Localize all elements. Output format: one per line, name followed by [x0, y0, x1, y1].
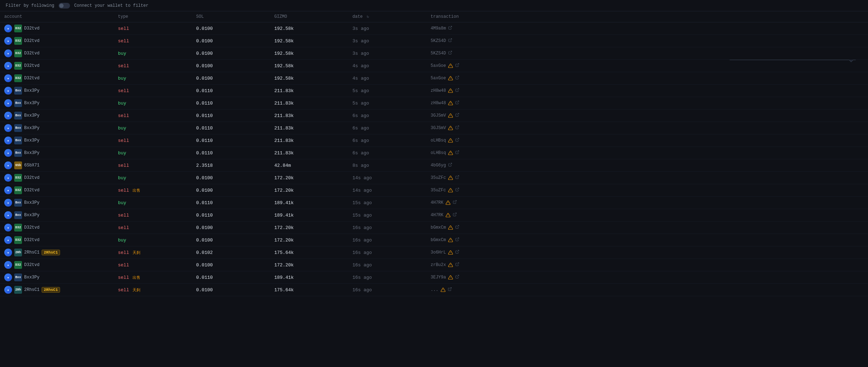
bot-warning-icon[interactable]	[448, 188, 453, 193]
chinese-tag: 出售	[130, 276, 140, 280]
date-value: 6s ago	[348, 122, 426, 134]
tx-hash[interactable]: 35uZFc	[431, 188, 446, 193]
external-link-icon[interactable]	[455, 75, 459, 81]
gizmo-value: 211.83k	[270, 122, 348, 134]
bot-warning-icon[interactable]	[448, 138, 453, 143]
avatar[interactable]: Bxx	[14, 124, 22, 132]
tx-hash[interactable]: oLHBsq	[431, 150, 446, 155]
account-label: D32tvd	[24, 238, 39, 243]
bot-warning-icon[interactable]	[448, 238, 453, 243]
filter-toggle[interactable]	[59, 3, 70, 9]
bot-warning-icon[interactable]	[446, 200, 451, 205]
transaction-cell: oLHBsq	[426, 134, 868, 147]
bot-warning-icon[interactable]	[448, 262, 453, 267]
tx-hash[interactable]: 3EJY9a	[431, 275, 446, 280]
token-icon: ◈	[4, 236, 12, 244]
avatar[interactable]: D32	[14, 261, 22, 269]
bot-warning-icon[interactable]	[448, 63, 453, 68]
avatar[interactable]: 2Rh	[14, 286, 22, 294]
avatar[interactable]: Bxx	[14, 112, 22, 119]
avatar[interactable]: Bxx	[14, 273, 22, 281]
external-link-icon[interactable]	[455, 138, 459, 143]
date-value: 16s ago	[348, 259, 426, 271]
tx-hash[interactable]: 5KZS4D	[431, 38, 446, 43]
external-link-icon[interactable]	[448, 38, 452, 44]
external-link-icon[interactable]	[453, 200, 457, 206]
external-link-icon[interactable]	[455, 63, 459, 69]
external-link-icon[interactable]	[455, 237, 459, 243]
bot-warning-icon[interactable]	[441, 287, 446, 292]
tx-hash[interactable]: 4H7RK	[431, 213, 443, 218]
external-link-icon[interactable]	[455, 275, 459, 280]
bot-warning-icon[interactable]	[448, 113, 453, 118]
bot-warning-icon[interactable]	[448, 76, 453, 81]
tx-hash[interactable]: 5KZS4D	[431, 51, 446, 56]
bot-warning-icon[interactable]	[448, 101, 453, 106]
external-link-icon[interactable]	[453, 212, 457, 218]
date-refresh-icon[interactable]: ↻	[367, 14, 369, 19]
tx-hash[interactable]: bGmxCm	[431, 238, 446, 243]
bot-warning-icon[interactable]	[448, 126, 453, 131]
tx-hash[interactable]: bGmxCm	[431, 225, 446, 230]
bot-warning-icon[interactable]	[446, 213, 451, 218]
avatar[interactable]: Bxx	[14, 199, 22, 207]
account-label: 6SbX71	[24, 163, 39, 168]
bot-warning-icon[interactable]	[448, 175, 453, 180]
avatar[interactable]: 6Sb	[14, 161, 22, 169]
external-link-icon[interactable]	[455, 150, 459, 156]
tx-hash[interactable]: 3GJSmV	[431, 113, 446, 118]
tx-hash[interactable]: oLHBsq	[431, 138, 446, 143]
account-cell: ◈D32D32tvd	[0, 234, 114, 246]
tx-hash[interactable]: 5axGoe	[431, 76, 446, 81]
bot-warning-icon[interactable]	[448, 225, 453, 230]
tx-hash[interactable]: zH8w48	[431, 101, 446, 106]
avatar[interactable]: D32	[14, 236, 22, 244]
gizmo-value: 172.20k	[270, 184, 348, 197]
avatar[interactable]: Bxx	[14, 87, 22, 95]
avatar[interactable]: D32	[14, 37, 22, 45]
avatar[interactable]: Bxx	[14, 211, 22, 219]
external-link-icon[interactable]	[448, 26, 452, 31]
account-label: D32tvd	[24, 188, 39, 193]
avatar[interactable]: Bxx	[14, 137, 22, 144]
external-link-icon[interactable]	[448, 163, 452, 168]
avatar[interactable]: D32	[14, 49, 22, 57]
external-link-icon[interactable]	[455, 187, 459, 193]
bot-warning-icon[interactable]	[448, 150, 453, 155]
type-label: sell	[118, 287, 129, 293]
sol-value: 0.0100	[192, 234, 270, 246]
tx-hash[interactable]: 35uZFc	[431, 175, 446, 180]
avatar[interactable]: D32	[14, 74, 22, 82]
external-link-icon[interactable]	[448, 287, 452, 293]
external-link-icon[interactable]	[448, 50, 452, 56]
avatar[interactable]: D32	[14, 62, 22, 70]
tx-hash[interactable]: zH8w48	[431, 88, 446, 93]
avatar[interactable]: D32	[14, 186, 22, 194]
avatar[interactable]: 2Rh	[14, 249, 22, 256]
tx-hash[interactable]: 4bG6yg	[431, 163, 446, 168]
col-header-date: date ↻	[348, 11, 426, 22]
avatar[interactable]: D32	[14, 25, 22, 32]
external-link-icon[interactable]	[455, 113, 459, 118]
avatar[interactable]: Bxx	[14, 99, 22, 107]
external-link-icon[interactable]	[455, 125, 459, 131]
external-link-icon[interactable]	[455, 225, 459, 230]
bot-warning-icon[interactable]	[448, 275, 453, 280]
avatar[interactable]: D32	[14, 174, 22, 182]
avatar[interactable]: D32	[14, 224, 22, 232]
tx-hash[interactable]: 3GJSmV	[431, 126, 446, 131]
bot-warning-icon[interactable]	[448, 88, 453, 93]
external-link-icon[interactable]	[455, 100, 459, 106]
tx-hash[interactable]: 4M9a8m	[431, 26, 446, 31]
tx-hash[interactable]: 4H7RK	[431, 200, 443, 205]
external-link-icon[interactable]	[455, 262, 459, 268]
tx-hash[interactable]: 5axGoe	[431, 63, 446, 68]
external-link-icon[interactable]	[455, 175, 459, 181]
external-link-icon[interactable]	[455, 88, 459, 94]
avatar[interactable]: Bxx	[14, 149, 22, 157]
external-link-icon[interactable]	[455, 250, 459, 255]
tx-hash[interactable]: zrBu2x	[431, 262, 446, 267]
tx-hash[interactable]: 3o6HrL	[431, 250, 446, 255]
bot-warning-icon[interactable]	[448, 250, 453, 255]
tx-hash[interactable]: ...	[431, 287, 438, 292]
